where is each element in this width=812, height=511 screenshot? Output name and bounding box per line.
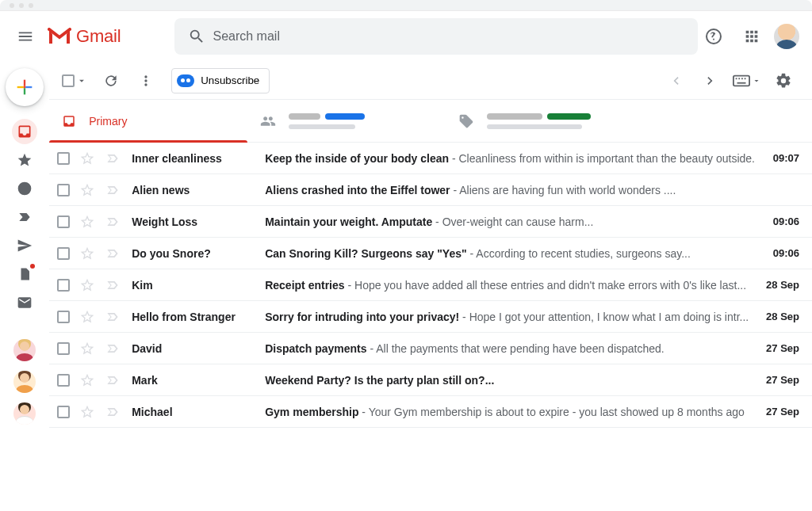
window-dot	[10, 3, 14, 8]
subject-snippet: Keep the inside of your body clean - Cle…	[265, 152, 755, 165]
star-button[interactable]	[79, 214, 95, 230]
select-all-checkbox[interactable]	[62, 74, 75, 87]
importance-button[interactable]	[105, 404, 121, 420]
product-logo[interactable]: Gmail	[48, 26, 121, 47]
unsubscribe-button[interactable]: Unsubscribe	[171, 68, 270, 93]
content: Unsubscribe	[49, 62, 812, 511]
mail-row[interactable]: Alien newsAliens crashed into the Eiffel…	[49, 174, 812, 206]
search-button[interactable]	[181, 28, 213, 45]
sender: Hello from Stranger	[132, 311, 265, 323]
star-button[interactable]	[79, 341, 95, 357]
hangouts-contact[interactable]	[13, 371, 36, 393]
mail-row[interactable]: MarkWeekend Party? Is the party plan sti…	[49, 364, 812, 396]
newer-button[interactable]	[695, 65, 726, 97]
help-button[interactable]	[698, 21, 730, 52]
mail-row[interactable]: KimReceipt entries - Hope you have added…	[49, 269, 812, 301]
importance-button[interactable]	[105, 182, 121, 198]
search-bar[interactable]	[174, 18, 698, 55]
chevron-left-icon	[668, 73, 684, 89]
toolbar: Unsubscribe	[49, 62, 812, 100]
row-checkbox[interactable]	[57, 342, 70, 355]
importance-button[interactable]	[105, 372, 121, 388]
older-button[interactable]	[660, 65, 691, 97]
star-button[interactable]	[79, 151, 95, 166]
mail-row[interactable]: Do you Snore?Can Snoring Kill? Surgeons …	[49, 238, 812, 269]
time: 28 Sep	[755, 279, 799, 291]
row-checkbox[interactable]	[57, 184, 70, 196]
nav-drafts[interactable]	[12, 261, 37, 287]
hangouts-contact[interactable]	[13, 339, 36, 361]
nav-inbox[interactable]	[12, 119, 37, 144]
mail-row[interactable]: Hello from StrangerSorry for intruding i…	[49, 301, 812, 333]
row-checkbox[interactable]	[57, 374, 70, 387]
svg-rect-9	[745, 78, 746, 79]
refresh-button[interactable]	[95, 65, 127, 97]
account-avatar[interactable]	[774, 24, 799, 49]
select-all[interactable]	[57, 74, 92, 87]
search-input[interactable]	[213, 29, 691, 44]
subject-snippet: Sorry for intruding into your privacy! -…	[265, 311, 755, 323]
main-menu-button[interactable]	[6, 17, 44, 55]
mail-row[interactable]: MichaelGym membership - Your Gym members…	[49, 396, 812, 428]
nav-sent[interactable]	[12, 233, 37, 258]
apps-button[interactable]	[736, 21, 768, 52]
row-checkbox[interactable]	[57, 406, 70, 418]
subject-snippet: Can Snoring Kill? Surgeons say "Yes" - A…	[265, 247, 755, 260]
time: 27 Sep	[755, 342, 799, 354]
caret-down-icon[interactable]	[76, 75, 87, 86]
importance-button[interactable]	[105, 309, 121, 325]
importance-outline-icon	[105, 182, 121, 198]
sidebar	[0, 62, 49, 511]
refresh-icon	[103, 73, 119, 89]
star-button[interactable]	[79, 246, 95, 261]
compose-button[interactable]	[6, 68, 44, 106]
row-checkbox[interactable]	[57, 247, 70, 260]
sender: Inner cleanliness	[132, 152, 265, 165]
nav-starred[interactable]	[12, 147, 37, 173]
nav-all-mail[interactable]	[12, 290, 37, 315]
chevron-right-icon	[703, 73, 718, 89]
more-button[interactable]	[130, 65, 162, 97]
svg-rect-2	[17, 86, 24, 88]
nav-snoozed[interactable]	[12, 176, 37, 201]
input-tools-button[interactable]	[730, 65, 764, 97]
svg-rect-8	[741, 78, 743, 79]
importance-button[interactable]	[105, 341, 121, 357]
star-button[interactable]	[79, 372, 95, 388]
tab-primary[interactable]: Primary	[49, 100, 247, 142]
unsubscribe-icon	[177, 74, 194, 87]
mail-row[interactable]: Weight LossMaintain your weight. Amputat…	[49, 206, 812, 238]
importance-button[interactable]	[105, 246, 121, 261]
inbox-icon	[17, 124, 33, 139]
star-outline-icon	[79, 182, 95, 198]
settings-button[interactable]	[768, 65, 799, 97]
svg-rect-7	[738, 78, 740, 79]
tab-promotions[interactable]	[446, 100, 644, 142]
importance-outline-icon	[105, 404, 121, 420]
subject-snippet: Aliens crashed into the Eiffel tower - A…	[265, 184, 755, 196]
nav-important[interactable]	[12, 204, 37, 230]
importance-outline-icon	[105, 277, 121, 293]
star-button[interactable]	[79, 182, 95, 198]
clock-icon	[17, 181, 33, 196]
mail-row[interactable]: Inner cleanlinessKeep the inside of your…	[49, 143, 812, 174]
row-checkbox[interactable]	[57, 279, 70, 292]
star-button[interactable]	[79, 309, 95, 325]
star-outline-icon	[79, 341, 95, 357]
sender: Weight Loss	[132, 215, 265, 228]
star-button[interactable]	[79, 404, 95, 420]
star-button[interactable]	[79, 277, 95, 293]
row-checkbox[interactable]	[57, 152, 70, 165]
importance-button[interactable]	[105, 214, 121, 230]
hangouts-contact[interactable]	[13, 402, 36, 425]
important-icon	[17, 209, 33, 225]
svg-rect-1	[24, 88, 25, 94]
window-dot	[19, 3, 24, 8]
tab-social[interactable]	[247, 100, 446, 142]
importance-button[interactable]	[105, 151, 121, 166]
row-checkbox[interactable]	[57, 215, 70, 228]
mail-list: Inner cleanlinessKeep the inside of your…	[49, 143, 812, 428]
importance-button[interactable]	[105, 277, 121, 293]
row-checkbox[interactable]	[57, 311, 70, 323]
mail-row[interactable]: DavidDispatch payments - All the payment…	[49, 333, 812, 364]
